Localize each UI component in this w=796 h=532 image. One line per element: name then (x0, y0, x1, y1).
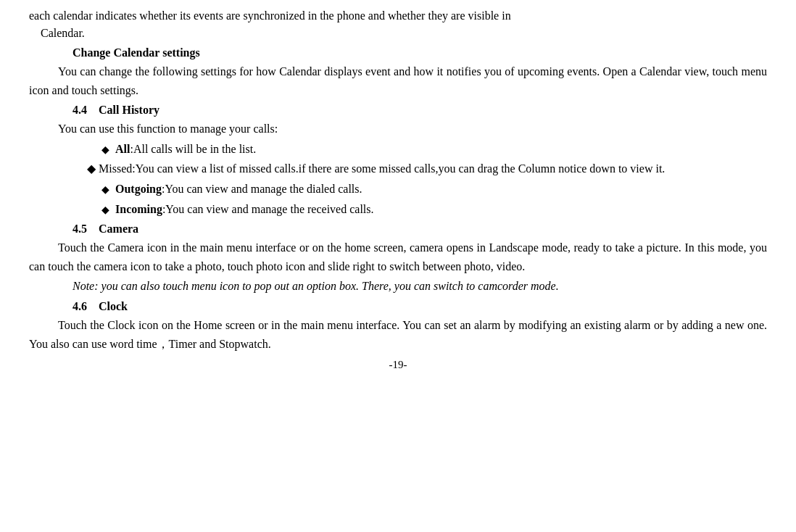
camera-body-text: Touch the Camera icon in the main menu i… (29, 241, 767, 273)
diamond-icon-missed: ◆ (87, 162, 96, 175)
section-4-6-number: 4.6 (72, 300, 87, 312)
change-calendar-heading: Change Calendar settings (29, 46, 767, 59)
intro-text: each calendar indicates whether its even… (29, 7, 767, 42)
intro-line2: Calendar. (41, 27, 85, 39)
bullet-incoming: ◆ Incoming:You can view and manage the r… (101, 200, 767, 219)
intro-line1: each calendar indicates whether its even… (29, 9, 511, 22)
section-4-5-heading: 4.5 Camera (29, 223, 767, 236)
bullet-incoming-text: :You can view and manage the received ca… (162, 203, 374, 215)
call-history-intro: You can use this function to manage your… (29, 120, 767, 138)
bullet-outgoing-text: :You can view and manage the dialed call… (162, 183, 362, 195)
bullet-incoming-label: Incoming (115, 203, 162, 215)
bullet-missed-text: :You can view a list of missed calls.if … (132, 162, 665, 175)
section-4-4-number: 4.4 (72, 104, 87, 116)
section-4-4-heading: 4.4 Call History (29, 104, 767, 117)
section-4-4-title: Call History (99, 104, 159, 116)
bullet-all: ◆ All:All calls will be in the list. (101, 140, 767, 159)
diamond-icon-incoming: ◆ (101, 204, 109, 215)
bullet-all-label: All (115, 143, 130, 155)
bullet-all-text: :All calls will be in the list. (130, 143, 256, 155)
indent-calendar (29, 27, 41, 39)
camera-note: Note: you can also touch menu icon to po… (29, 277, 767, 296)
bullet-missed-label: Missed (99, 162, 132, 175)
page-number-text: -19- (389, 359, 407, 370)
camera-body: Touch the Camera icon in the main menu i… (29, 238, 767, 275)
call-history-intro-text: You can use this function to manage your… (58, 122, 278, 135)
diamond-icon-outgoing: ◆ (101, 184, 109, 195)
section-4-5-number: 4.5 (72, 223, 87, 235)
diamond-icon-all: ◆ (101, 144, 109, 155)
change-calendar-heading-text: Change Calendar settings (72, 46, 200, 59)
section-4-6-heading: 4.6 Clock (29, 300, 767, 313)
bullet-missed: ◆ Missed:You can view a list of missed c… (87, 159, 767, 178)
clock-body-text: Touch the Clock icon on the Home screen … (29, 319, 767, 350)
bullet-outgoing: ◆ Outgoing:You can view and manage the d… (101, 180, 767, 199)
camera-note-text: Note: you can also touch menu icon to po… (72, 280, 559, 292)
change-calendar-body: You can change the following settings fo… (29, 62, 767, 99)
clock-body: Touch the Clock icon on the Home screen … (29, 316, 767, 353)
bullet-outgoing-label: Outgoing (115, 183, 162, 195)
page-container: each calendar indicates whether its even… (0, 0, 796, 532)
section-4-5-title: Camera (99, 223, 138, 235)
page-number: -19- (29, 359, 767, 371)
change-calendar-body-text: You can change the following settings fo… (29, 65, 767, 96)
section-4-6-title: Clock (99, 300, 128, 312)
